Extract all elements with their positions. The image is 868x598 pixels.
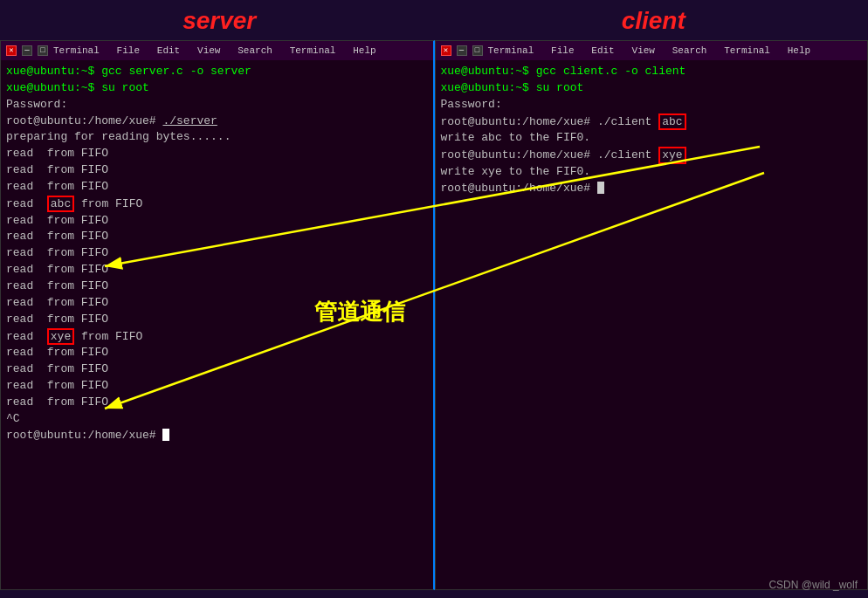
client-line-8: root@ubuntu:/home/xue# xyxy=(441,181,863,197)
client-titlebar: ✕ ─ □ Terminal File Edit View Search Ter… xyxy=(436,41,868,60)
server-line-2: xue@ubuntu:~$ su root xyxy=(6,80,428,97)
server-line-4: root@ubuntu:/home/xue# ./server xyxy=(6,113,428,130)
server-line-17: read xye from FIFO xyxy=(6,328,428,346)
client-line-3: Password: xyxy=(441,97,863,113)
server-content: xue@ubuntu:~$ gcc server.c -o server xue… xyxy=(1,60,433,589)
server-line-21: read from FIFO xyxy=(6,395,428,411)
server-label: server xyxy=(183,7,256,35)
client-line-1: xue@ubuntu:~$ gcc client.c -o client xyxy=(441,64,863,80)
server-line-19: read from FIFO xyxy=(6,361,428,378)
server-min-icon[interactable]: ─ xyxy=(22,45,32,56)
server-line-22: ^C xyxy=(6,411,428,428)
server-abc-highlight: abc xyxy=(47,196,74,213)
server-menu: Terminal File Edit View Search Terminal … xyxy=(53,45,376,56)
server-line-12: read from FIFO xyxy=(6,245,428,262)
server-line-15: read from FIFO xyxy=(6,295,428,312)
server-close-icon[interactable]: ✕ xyxy=(6,45,17,56)
server-titlebar: ✕ ─ □ Terminal File Edit View Search Ter… xyxy=(1,41,433,60)
client-search-menu[interactable]: Search xyxy=(672,45,707,56)
client-min-icon[interactable]: ─ xyxy=(457,45,467,56)
client-label: client xyxy=(622,7,685,35)
server-line-6: read from FIFO xyxy=(6,146,428,162)
client-content: xue@ubuntu:~$ gcc client.c -o client xue… xyxy=(436,60,868,589)
client-line-4: root@ubuntu:/home/xue# ./client abc xyxy=(441,113,863,131)
server-line-10: read from FIFO xyxy=(6,213,428,230)
client-xye-highlight: xye xyxy=(658,147,685,164)
terminals-container: ✕ ─ □ Terminal File Edit View Search Ter… xyxy=(0,40,868,590)
server-xye-highlight: xye xyxy=(47,328,74,346)
server-line-20: read from FIFO xyxy=(6,378,428,395)
server-cursor xyxy=(162,429,169,441)
client-cursor xyxy=(597,182,604,194)
client-line-6: root@ubuntu:/home/xue# ./client xye xyxy=(441,147,863,164)
client-close-icon[interactable]: ✕ xyxy=(441,45,451,56)
server-line-11: read from FIFO xyxy=(6,229,428,245)
server-line-9: read abc from FIFO xyxy=(6,196,428,213)
client-terminal[interactable]: ✕ ─ □ Terminal File Edit View Search Ter… xyxy=(435,40,869,590)
server-line-18: read from FIFO xyxy=(6,345,428,361)
server-line-3: Password: xyxy=(6,97,428,113)
server-max-icon[interactable]: □ xyxy=(38,45,48,56)
server-search-menu[interactable]: Search xyxy=(238,45,272,56)
server-line-5: preparing for reading bytes...... xyxy=(6,129,428,146)
header-labels: server client xyxy=(0,0,868,40)
watermark: CSDN @wild _wolf xyxy=(768,579,858,591)
server-line-14: read from FIFO xyxy=(6,278,428,295)
server-line-23: root@ubuntu:/home/xue# xyxy=(6,428,428,444)
client-line-5: write abc to the FIF0. xyxy=(441,130,863,147)
client-abc-highlight: abc xyxy=(658,113,685,131)
server-line-8: read from FIFO xyxy=(6,179,428,196)
server-line-7: read from FIFO xyxy=(6,162,428,179)
client-max-icon[interactable]: □ xyxy=(472,45,483,56)
client-menu: Terminal File Edit View Search Terminal … xyxy=(488,45,811,56)
client-line-2: xue@ubuntu:~$ su root xyxy=(441,80,863,97)
server-line-1: xue@ubuntu:~$ gcc server.c -o server xyxy=(6,64,428,80)
server-line-16: read from FIFO xyxy=(6,312,428,328)
client-line-7: write xye to the FIF0. xyxy=(441,164,863,181)
server-line-13: read from FIFO xyxy=(6,262,428,278)
server-terminal[interactable]: ✕ ─ □ Terminal File Edit View Search Ter… xyxy=(0,40,435,590)
